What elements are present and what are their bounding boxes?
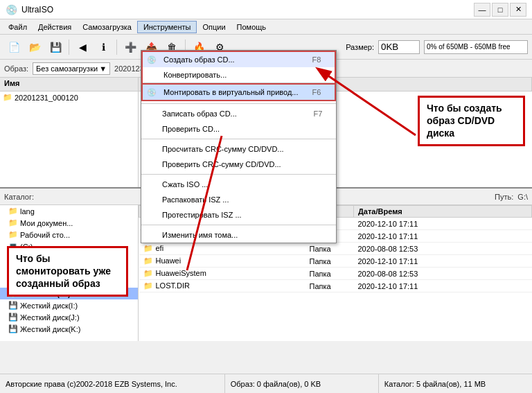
file-name: 📁efi	[139, 243, 264, 255]
tree-item-i[interactable]: 💾Жесткий диск(I:)	[0, 299, 138, 311]
file-date: 2020-12-10 17:11	[354, 230, 532, 243]
menu-mount-label: Монтировать в виртуальный привод...	[163, 88, 298, 96]
close-button[interactable]: ✕	[510, 3, 526, 17]
chevron-down-icon: ▼	[99, 64, 107, 73]
menu-selfboot[interactable]: Самозагрузка	[77, 21, 137, 33]
file-type: Папка	[305, 243, 354, 255]
save-button[interactable]: 💾	[46, 38, 65, 56]
progress-text: 0% of 650MB - 650MB free	[427, 43, 511, 51]
menu-burn[interactable]: Записать образ CD... F7	[141, 106, 336, 121]
menu-tools[interactable]: Инструменты	[137, 21, 197, 33]
menu-crc-calc-label: Просчитать CRC-сумму CD/DVD...	[162, 145, 284, 153]
minimize-button[interactable]: —	[474, 3, 490, 17]
toolbar-separator-1	[69, 40, 69, 55]
catalog-label: Каталог:	[4, 193, 34, 201]
status-catalog-info: Каталог: 5 файла(ов), 11 MB	[379, 374, 532, 393]
tools-dropdown-menu: 💿 Создать образ CD... F8 Конвертировать.…	[141, 50, 337, 243]
file-date: 2020-08-08 12:53	[354, 268, 532, 280]
table-row[interactable]: 📁efi Папка 2020-08-08 12:53	[139, 243, 532, 255]
tree-item-j[interactable]: 💾Жесткий диск(J:)	[0, 311, 138, 323]
table-row[interactable]: 📁HuaweiSystem Папка 2020-08-08 12:53	[139, 268, 532, 280]
annotation-left: Что бы смониторовать уже созданный образ	[7, 246, 128, 297]
drive-icon: 💾	[8, 313, 18, 322]
file-size	[264, 280, 305, 292]
menu-convert-label: Конвертировать...	[163, 71, 227, 79]
menu-test-isz-label: Протестировать ISZ ...	[162, 211, 242, 219]
col-name: Имя	[0, 78, 139, 91]
file-size	[264, 243, 305, 255]
menu-convert[interactable]: Конвертировать...	[141, 67, 336, 82]
menu-mount-shortcut: F6	[312, 88, 321, 96]
menu-rename-vol-label: Изменить имя тома...	[162, 231, 238, 239]
size-label: Размер:	[346, 43, 374, 51]
file-name: 📁LOST.DIR	[139, 280, 264, 292]
window-controls: — □ ✕	[474, 3, 526, 17]
size-input[interactable]	[378, 40, 420, 54]
progress-display: 0% of 650MB - 650MB free	[424, 40, 528, 54]
app-icon: 💿	[6, 4, 17, 15]
menu-create-cd[interactable]: 💿 Создать образ CD... F8	[141, 51, 336, 67]
status-image-info: Образ: 0 файла(ов), 0 KB	[225, 374, 379, 393]
file-size	[264, 268, 305, 280]
path-value: G:\	[517, 193, 528, 201]
tree-item-desktop[interactable]: 📁Рабочий сто...	[0, 229, 138, 241]
menu-crc-calc[interactable]: Просчитать CRC-сумму CD/DVD...	[141, 141, 336, 157]
iso-root-item[interactable]: 📁 20201231_000120	[0, 91, 138, 103]
folder-icon: 📁	[8, 230, 18, 239]
annotation-right: Что бы создать образ CD/DVD диска	[418, 96, 525, 146]
tree-item-mydocs[interactable]: 📁Мои докумен...	[0, 217, 138, 229]
menu-compress[interactable]: Сжать ISO ...	[141, 177, 336, 192]
status-bar: Авторские права (c)2002-2018 EZB Systems…	[0, 374, 532, 393]
menu-actions[interactable]: Действия	[33, 21, 77, 33]
menu-mount[interactable]: 💿 Монтировать в виртуальный привод... F6	[141, 83, 336, 101]
menu-extract-isz[interactable]: Распаковать ISZ ...	[141, 192, 336, 207]
boot-dropdown[interactable]: Без самозагрузки ▼	[33, 62, 110, 75]
menu-bar: Файл Действия Самозагрузка Инструменты О…	[0, 19, 532, 35]
menu-crc-check-label: Проверить CRC-сумму CD/DVD...	[162, 160, 281, 168]
table-row[interactable]: 📁LOST.DIR Папка 2020-12-10 17:11	[139, 280, 532, 292]
back-button[interactable]: ◀	[73, 38, 92, 56]
menu-file[interactable]: Файл	[3, 21, 33, 33]
cd-icon: 💿	[147, 55, 157, 64]
file-name: 📁Huawei	[139, 255, 264, 268]
app-title: UltraISO	[21, 5, 53, 15]
file-size	[264, 255, 305, 268]
menu-test-isz[interactable]: Протестировать ISZ ...	[141, 207, 336, 222]
new-button[interactable]: 📄	[4, 38, 24, 56]
menu-help[interactable]: Помощь	[231, 21, 272, 33]
folder-icon: 📁	[3, 93, 12, 102]
file-date: 2020-12-10 17:11	[354, 255, 532, 268]
file-name: 📁HuaweiSystem	[139, 268, 264, 280]
menu-sep-2	[141, 103, 336, 104]
image-label: Образ:	[4, 64, 28, 73]
menu-crc-check[interactable]: Проверить CRC-сумму CD/DVD...	[141, 157, 336, 172]
tree-item-lang[interactable]: 📁lang	[0, 205, 138, 217]
tree-item-k[interactable]: 💾Жесткий диск(K:)	[0, 323, 138, 335]
menu-create-cd-shortcut: F8	[312, 55, 321, 64]
menu-burn-shortcut: F7	[313, 110, 322, 118]
toolbar-separator-2	[116, 40, 117, 55]
folder-icon: 📁	[8, 218, 18, 227]
properties-button[interactable]: ℹ	[94, 38, 113, 56]
menu-verify[interactable]: Проверить CD...	[141, 121, 336, 137]
menu-extract-isz-label: Распаковать ISZ ...	[162, 195, 229, 204]
status-copyright: Авторские права (c)2002-2018 EZB Systems…	[0, 374, 225, 393]
iso-tree[interactable]: 📁 20201231_000120	[0, 91, 139, 187]
table-row[interactable]: 📁Huawei Папка 2020-12-10 17:11	[139, 255, 532, 268]
open-button[interactable]: 📂	[25, 38, 44, 56]
menu-sep-3	[141, 139, 336, 139]
file-type: Папка	[305, 280, 354, 292]
menu-burn-label: Записать образ CD...	[162, 110, 237, 118]
file-type: Папка	[305, 255, 354, 268]
menu-options[interactable]: Опции	[197, 21, 231, 33]
add-button[interactable]: ➕	[121, 38, 140, 56]
folder-icon: 📁	[8, 207, 18, 216]
drive-icon: 💾	[8, 301, 18, 310]
menu-verify-label: Проверить CD...	[162, 125, 220, 133]
maximize-button[interactable]: □	[492, 3, 508, 17]
menu-create-cd-label: Создать образ CD...	[163, 55, 235, 64]
menu-rename-vol[interactable]: Изменить имя тома...	[141, 227, 336, 243]
path-label: Путь:	[495, 193, 513, 201]
drive-icon: 💾	[8, 324, 18, 333]
file-type: Папка	[305, 268, 354, 280]
